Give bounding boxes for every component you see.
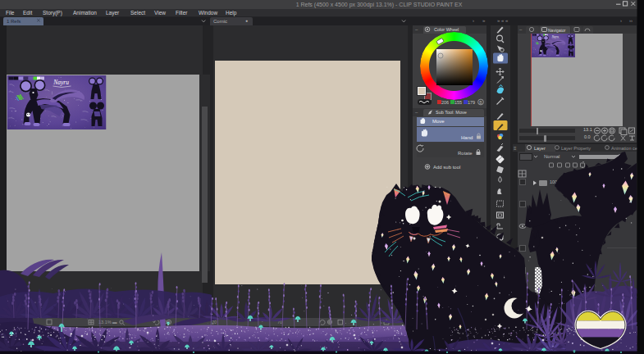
svg-text:B: B (479, 100, 482, 105)
